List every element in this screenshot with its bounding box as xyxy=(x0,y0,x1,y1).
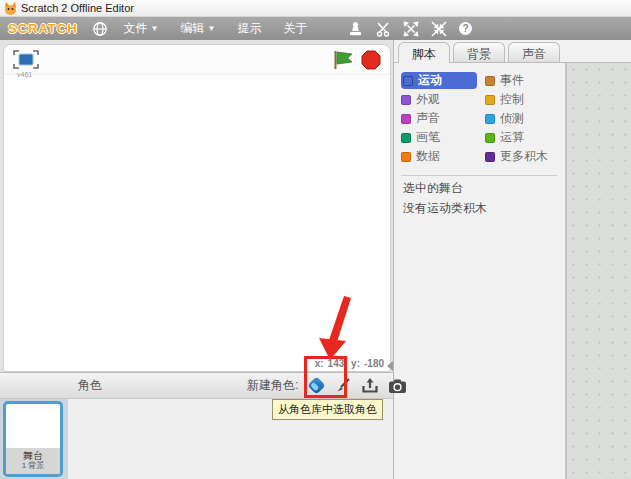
category-color-swatch xyxy=(403,76,413,86)
category-looks[interactable]: 外观 xyxy=(401,91,485,108)
scratch-editor-window: Scratch 2 Offline Editor SCRATCH 文件▼ 编辑▼… xyxy=(0,0,631,479)
help-icon[interactable]: ? xyxy=(459,22,472,35)
mouse-x-value: 143 xyxy=(328,358,345,369)
stage-thumbnail-caption: 舞台 1 背景 xyxy=(6,448,60,474)
stage-backdrop-count: 1 背景 xyxy=(6,461,60,471)
fullscreen-icon[interactable] xyxy=(12,49,40,70)
category-control[interactable]: 控制 xyxy=(485,91,567,108)
sprite-panel-header: 角色 新建角色: xyxy=(0,372,393,399)
category-more-blocks[interactable]: 更多积木 xyxy=(485,148,567,165)
grow-sprite-icon[interactable] xyxy=(403,21,419,37)
category-sensing[interactable]: 侦测 xyxy=(485,110,567,127)
mouse-y-value: -180 xyxy=(364,358,384,369)
dropdown-arrow-icon: ▼ xyxy=(208,24,216,33)
stage-thumbnail[interactable]: 舞台 1 背景 xyxy=(3,401,63,477)
sprite-library-icon[interactable] xyxy=(306,377,326,395)
selected-target-label: 选中的舞台 xyxy=(403,181,565,196)
menu-edit[interactable]: 编辑▼ xyxy=(181,20,216,37)
tab-backdrops[interactable]: 背景 xyxy=(453,42,505,63)
mouse-x-label: x: xyxy=(315,358,324,369)
scripts-canvas[interactable] xyxy=(566,63,631,479)
stage-thumbnail-title: 舞台 xyxy=(6,450,60,461)
sprite-tools-group: ? xyxy=(348,17,472,40)
category-color-swatch xyxy=(401,95,411,105)
menu-about[interactable]: 关于 xyxy=(283,20,307,37)
paintbrush-icon[interactable] xyxy=(333,377,353,395)
scratch-logo: SCRATCH xyxy=(8,21,78,36)
menu-bar: SCRATCH 文件▼ 编辑▼ 提示 关于 xyxy=(0,17,631,40)
palette-divider xyxy=(401,175,557,176)
stage-area: v461 x:143 y:-180 xyxy=(3,44,391,372)
version-label: v461 xyxy=(17,71,32,78)
blocks-panel: 脚本 背景 声音 运动 事件 外观 控制 xyxy=(393,40,631,479)
window-title: Scratch 2 Offline Editor xyxy=(21,2,134,14)
category-operators[interactable]: 运算 xyxy=(485,129,567,146)
category-color-swatch xyxy=(485,114,495,124)
duplicate-stamp-icon[interactable] xyxy=(348,21,363,37)
category-grid: 运动 事件 外观 控制 声音 xyxy=(401,72,565,167)
tab-bar: 脚本 背景 声音 xyxy=(398,42,560,63)
category-color-swatch xyxy=(485,152,495,162)
category-color-swatch xyxy=(401,133,411,143)
stage-thumbnail-column: 舞台 1 背景 xyxy=(0,399,68,479)
category-pen[interactable]: 画笔 xyxy=(401,129,485,146)
tab-scripts[interactable]: 脚本 xyxy=(398,42,450,63)
new-sprite-label: 新建角色: xyxy=(247,377,298,394)
shrink-sprite-icon[interactable] xyxy=(431,21,447,37)
stop-sign-icon[interactable] xyxy=(360,49,382,71)
globe-language-icon[interactable] xyxy=(92,21,108,37)
no-blocks-message: 没有运动类积木 xyxy=(403,201,565,216)
window-titlebar: Scratch 2 Offline Editor xyxy=(0,0,631,17)
category-color-swatch xyxy=(485,133,495,143)
delete-scissors-icon[interactable] xyxy=(375,21,391,37)
mouse-coordinates: x:143 y:-180 xyxy=(311,358,384,369)
green-flag-icon[interactable] xyxy=(332,49,354,71)
category-color-swatch xyxy=(401,152,411,162)
category-color-swatch xyxy=(401,114,411,124)
category-color-swatch xyxy=(485,95,495,105)
sprite-panel: 角色 新建角色: 舞台 1 背景 xyxy=(0,372,393,479)
upload-sprite-icon[interactable] xyxy=(360,377,380,395)
category-color-swatch xyxy=(485,76,495,86)
dropdown-arrow-icon: ▼ xyxy=(151,24,159,33)
category-data[interactable]: 数据 xyxy=(401,148,485,165)
tab-sounds[interactable]: 声音 xyxy=(508,42,560,63)
sprite-library-tooltip: 从角色库中选取角色 xyxy=(272,399,383,420)
menu-tips[interactable]: 提示 xyxy=(237,20,261,37)
stage-header: v461 xyxy=(4,45,390,75)
scratch-cat-icon xyxy=(4,2,17,15)
new-sprite-toolbar: 新建角色: xyxy=(247,377,407,395)
block-category-palette: 运动 事件 外观 控制 声音 xyxy=(394,63,566,479)
mouse-y-label: y: xyxy=(351,358,360,369)
camera-icon[interactable] xyxy=(387,377,407,395)
sprite-panel-title: 角色 xyxy=(78,377,102,394)
category-sound[interactable]: 声音 xyxy=(401,110,485,127)
menu-file[interactable]: 文件▼ xyxy=(124,20,159,37)
category-motion[interactable]: 运动 xyxy=(401,72,477,89)
category-events[interactable]: 事件 xyxy=(485,72,567,89)
